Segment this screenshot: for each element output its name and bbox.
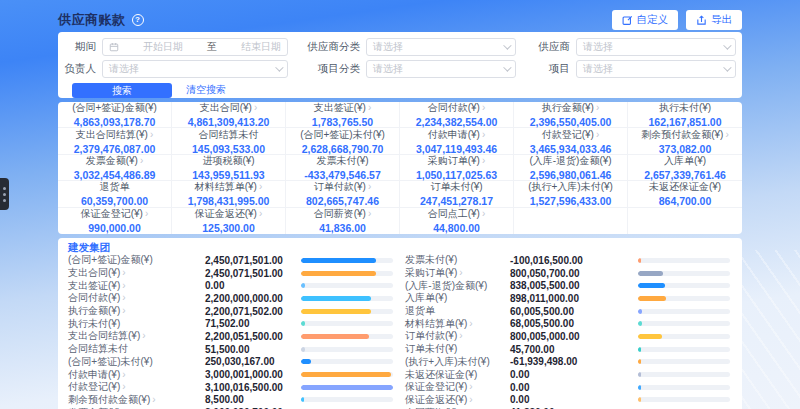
stat-value: 2,628,668,790.70 bbox=[302, 143, 384, 155]
stat-card[interactable]: 订单付款(¥)›802,665,747.46 bbox=[286, 181, 400, 207]
stat-card[interactable]: 采购订单(¥)›1,050,117,025.63 bbox=[400, 155, 514, 181]
metric-value: -61,939,498.00 bbox=[510, 356, 638, 367]
stat-label: 订单付款(¥)› bbox=[314, 180, 372, 194]
metric-bar bbox=[638, 372, 730, 377]
project-category-select[interactable]: 请选择 bbox=[366, 60, 516, 78]
question-circle-icon[interactable]: ? bbox=[132, 14, 144, 26]
metric-value: 2,200,000,000.00 bbox=[205, 293, 301, 304]
customize-label: 自定义 bbox=[637, 13, 669, 27]
stat-card[interactable]: 剩余预付款金额(¥)›373,082.00 bbox=[628, 128, 742, 154]
stats-grid: (合同+签证)金额(¥)4,863,093,178.70支出合同(¥)›4,86… bbox=[58, 102, 742, 234]
top-bar: 供应商账款 ? 自定义 导出 bbox=[58, 10, 742, 30]
stat-card: 合同结算未付145,093,533.00 bbox=[172, 128, 286, 154]
stat-card-empty bbox=[628, 208, 742, 234]
chevron-right-icon: › bbox=[725, 129, 728, 140]
stat-value: 125,300.00 bbox=[202, 222, 255, 234]
page-title: 供应商账款 bbox=[58, 11, 126, 29]
chevron-right-icon: › bbox=[459, 330, 462, 341]
metric-value: 2,200,071,502.00 bbox=[205, 306, 301, 317]
stat-card[interactable]: 合同薪资(¥)›41,836.00 bbox=[286, 208, 400, 234]
group-name-link[interactable]: 建发集团 bbox=[68, 242, 730, 253]
metric-row: 材料结算单(¥)›68,005,500.00 bbox=[405, 317, 730, 330]
stat-card[interactable]: 付款申请(¥)›3,047,119,493.46 bbox=[400, 128, 514, 154]
metric-bar bbox=[638, 271, 730, 276]
supplier-select[interactable]: 请选择 bbox=[576, 38, 736, 56]
stat-card: 入库单(¥)2,657,339,761.46 bbox=[628, 155, 742, 181]
metric-row: 保证金返还(¥)›0.00 bbox=[405, 394, 730, 407]
chevron-right-icon: › bbox=[596, 129, 599, 140]
metric-bar bbox=[638, 347, 730, 352]
metric-row: 合同付款(¥)›2,200,000,000.00 bbox=[68, 292, 393, 305]
stat-value: 1,050,117,025.63 bbox=[416, 169, 497, 181]
metric-value: 0.00 bbox=[510, 369, 638, 380]
stat-label: 合同点工(¥)› bbox=[428, 207, 486, 221]
metric-bar bbox=[301, 359, 393, 364]
stat-card[interactable]: 保证金登记(¥)›990,000.00 bbox=[58, 208, 172, 234]
stat-card[interactable]: 发票金额(¥)›3,032,454,486.89 bbox=[58, 155, 172, 181]
group-grid: (合同+签证)金额(¥)2,450,071,501.00支出合同(¥)›2,45… bbox=[68, 254, 730, 409]
chevron-right-icon: › bbox=[459, 267, 462, 278]
metric-label[interactable]: 合同薪资(¥)› bbox=[405, 406, 510, 409]
stat-card[interactable]: 执行金额(¥)›2,396,550,405.00 bbox=[514, 102, 628, 128]
chevron-down-icon bbox=[503, 63, 511, 71]
metric-row: (合同+签证)金额(¥)2,450,071,501.00 bbox=[68, 254, 393, 267]
metric-value: 800,050,700.00 bbox=[510, 268, 638, 279]
stat-card-empty bbox=[514, 208, 628, 234]
metric-row: (入库-退货)金额(¥)838,005,500.00 bbox=[405, 279, 730, 292]
stat-value: 60,359,700.00 bbox=[81, 195, 148, 207]
filter-panel: 期间 开始日期 至 结束日期 供应商分类 请选择 供应商 请选择 bbox=[58, 32, 742, 98]
stat-label: 付款申请(¥)› bbox=[428, 128, 486, 142]
stat-card[interactable]: 材料结算单(¥)›1,798,431,995.00 bbox=[172, 181, 286, 207]
owner-select[interactable]: 请选择 bbox=[102, 60, 288, 78]
stat-label: 合同结算未付 bbox=[199, 128, 259, 142]
metric-bar bbox=[301, 271, 393, 276]
stat-label: 付款登记(¥)› bbox=[542, 128, 600, 142]
stat-value: 3,465,934,033.46 bbox=[530, 143, 612, 155]
metric-value: 60,005,500.00 bbox=[510, 306, 638, 317]
stat-card[interactable]: 支出签证(¥)›1,783,765.50 bbox=[286, 102, 400, 128]
stat-card[interactable]: 合同点工(¥)›44,800.00 bbox=[400, 208, 514, 234]
chevron-right-icon: › bbox=[152, 394, 155, 405]
group-col-right: 发票未付(¥)-100,016,500.00采购订单(¥)›800,050,70… bbox=[405, 254, 730, 409]
metric-row: 支出签证(¥)›0.00 bbox=[68, 279, 393, 292]
search-button[interactable]: 搜索 bbox=[72, 83, 172, 98]
supplier-category-select[interactable]: 请选择 bbox=[366, 38, 516, 56]
stat-value: 1,783,765.50 bbox=[312, 116, 373, 128]
collapsed-sidebar-handle[interactable] bbox=[0, 178, 9, 210]
stat-value: 864,700.00 bbox=[659, 195, 712, 207]
group-col-left: (合同+签证)金额(¥)2,450,071,501.00支出合同(¥)›2,45… bbox=[68, 254, 393, 409]
project-label: 项目 bbox=[526, 62, 570, 76]
metric-row: 支出合同(¥)›2,450,071,501.00 bbox=[68, 267, 393, 280]
chevron-right-icon: › bbox=[368, 102, 371, 113]
stat-value: 2,396,550,405.00 bbox=[530, 116, 612, 128]
stat-value: 1,527,596,433.00 bbox=[530, 195, 612, 207]
stat-card[interactable]: 支出合同结算(¥)›2,379,476,087.00 bbox=[58, 128, 172, 154]
metric-value: 8,500.00 bbox=[205, 394, 301, 405]
metric-bar bbox=[638, 309, 730, 314]
chevron-right-icon: › bbox=[142, 330, 145, 341]
stat-card[interactable]: 支出合同(¥)›4,861,309,413.20 bbox=[172, 102, 286, 128]
stat-card: 订单未付(¥)247,451,278.17 bbox=[400, 181, 514, 207]
select-placeholder: 请选择 bbox=[373, 62, 403, 76]
customize-button[interactable]: 自定义 bbox=[612, 10, 679, 30]
export-button[interactable]: 导出 bbox=[686, 10, 742, 30]
clear-search-link[interactable]: 清空搜索 bbox=[186, 83, 226, 97]
metric-row: 剩余预付款金额(¥)›8,500.00 bbox=[68, 394, 393, 407]
metric-bar bbox=[301, 283, 393, 288]
project-select[interactable]: 请选择 bbox=[576, 60, 736, 78]
metric-value: 45,700.00 bbox=[510, 344, 638, 355]
filter-row-1: 期间 开始日期 至 结束日期 供应商分类 请选择 供应商 请选择 bbox=[62, 38, 736, 56]
stat-label: 支出合同(¥)› bbox=[200, 102, 258, 115]
stat-card[interactable]: 合同付款(¥)›2,234,382,554.00 bbox=[400, 102, 514, 128]
chevron-right-icon: › bbox=[122, 292, 125, 303]
summary-stats-card: (合同+签证)金额(¥)4,863,093,178.70支出合同(¥)›4,86… bbox=[58, 102, 742, 234]
date-range-input[interactable]: 开始日期 至 结束日期 bbox=[102, 38, 288, 56]
stat-card: (合同+签证)金额(¥)4,863,093,178.70 bbox=[58, 102, 172, 128]
stat-card[interactable]: 付款登记(¥)›3,465,934,033.46 bbox=[514, 128, 628, 154]
chevron-right-icon: › bbox=[122, 381, 125, 392]
stat-label: 订单未付(¥) bbox=[430, 180, 482, 194]
stat-card[interactable]: 保证金返还(¥)›125,300.00 bbox=[172, 208, 286, 234]
metric-label[interactable]: 发票金额(¥)› bbox=[68, 406, 205, 409]
metric-row: 入库单(¥)898,011,000.00 bbox=[405, 292, 730, 305]
stat-label: 执行金额(¥)› bbox=[542, 102, 600, 115]
